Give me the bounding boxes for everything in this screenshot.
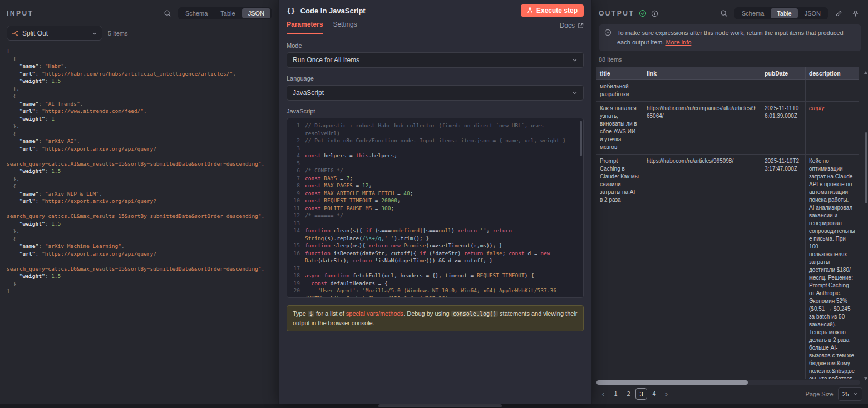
docs-label: Docs xyxy=(560,22,575,29)
expressions-info-banner: To make sure expressions after this node… xyxy=(599,24,861,51)
code-node-icon: {} xyxy=(287,7,295,15)
page-button-1[interactable]: 1 xyxy=(610,388,622,400)
page-size-value: 25 xyxy=(842,391,849,397)
input-view-tab-table[interactable]: Table xyxy=(214,8,241,18)
json-line: "name": "AI Trends", xyxy=(7,100,272,108)
docs-link[interactable]: Docs xyxy=(560,22,584,34)
edit-output-icon[interactable] xyxy=(832,7,845,19)
code-line: 15function sleep(ms){ return new Promise… xyxy=(287,242,583,250)
cell-title: Как я пытался узнать, виноваты ли в сбое… xyxy=(596,102,643,155)
language-select[interactable]: JavaScript xyxy=(287,85,584,101)
output-view-toggle: SchemaTableJSON xyxy=(734,7,828,19)
input-view-toggle: SchemaTableJSON xyxy=(178,7,272,19)
more-info-link[interactable]: More info xyxy=(665,39,691,46)
input-node-name: Split Out xyxy=(22,29,48,37)
page-size-select[interactable]: 25 xyxy=(838,387,862,401)
json-line: [ xyxy=(7,47,272,55)
chevron-down-icon xyxy=(853,391,858,396)
json-line: "weight": 1.5 xyxy=(7,220,272,228)
chevron-down-icon xyxy=(572,57,578,63)
code-line: 2// Put into n8n Code/Function node. Inp… xyxy=(287,137,583,145)
cell-pubDate: 2025-11-10T23:17:47.000Z xyxy=(761,155,806,379)
column-header-link: link xyxy=(643,67,761,80)
next-page-button[interactable]: › xyxy=(661,390,672,398)
code-line: 12/* ====== */ xyxy=(287,212,583,220)
json-line: "name": "arXiv AI", xyxy=(7,137,272,145)
node-parameters: Mode Run Once for All Items Language Jav… xyxy=(279,34,591,331)
cell-description: Кейс по оптимизации затрат на Claude API… xyxy=(806,155,859,379)
node-tabbar: ParametersSettings Docs xyxy=(279,19,591,34)
code-line: 8const MAX_PAGES = 12; xyxy=(287,182,583,190)
chevron-down-icon xyxy=(572,90,578,96)
json-line: "name": "arXiv Machine Learning", xyxy=(7,242,272,250)
output-table-wrap: titlelinkpubDatedescriptionмобильной раз… xyxy=(596,67,860,379)
json-line: "url": "https://habr.com/ru/hubs/artific… xyxy=(7,70,272,78)
json-line: { xyxy=(7,55,272,63)
cell-description xyxy=(806,80,859,102)
page-button-3[interactable]: 3 xyxy=(635,388,647,400)
code-lines: 1// Diagnostic + robust Habr hub collect… xyxy=(287,122,583,298)
console-log-token: console.log() xyxy=(451,311,498,317)
column-header-description: description xyxy=(806,67,859,80)
json-line: { xyxy=(7,92,272,100)
json-line: }, xyxy=(7,122,272,130)
special-vars-link[interactable]: special vars/methods xyxy=(346,310,403,317)
code-line: 6/* CONFIG */ xyxy=(287,167,583,175)
language-label: Language xyxy=(287,75,584,82)
code-line: 20 'User-Agent': 'Mozilla/5.0 (Windows N… xyxy=(287,287,583,298)
chevron-down-icon xyxy=(92,31,97,36)
cell-pubDate: 2025-11-11T06:01:39.000Z xyxy=(761,102,806,155)
info-icon[interactable] xyxy=(651,10,658,17)
page-button-2[interactable]: 2 xyxy=(623,388,634,400)
code-line: 4const helpers = this.helpers; xyxy=(287,152,583,160)
prev-page-button[interactable]: ‹ xyxy=(598,390,609,398)
tab-settings[interactable]: Settings xyxy=(333,21,357,34)
json-line: { xyxy=(7,235,272,243)
dollar-token: $ xyxy=(308,311,314,317)
input-node-selector[interactable]: Split Out xyxy=(7,26,102,41)
output-horizontal-scrollbar[interactable] xyxy=(596,380,860,385)
ndv-layout: INPUT SchemaTableJSON Split Out 5 items … xyxy=(0,0,868,404)
output-view-tab-json[interactable]: JSON xyxy=(798,8,827,18)
search-icon[interactable] xyxy=(718,7,730,19)
hint-text: for a list of xyxy=(314,310,346,317)
code-line: 1// Diagnostic + robust Habr hub collect… xyxy=(287,122,583,137)
json-line: "name": "arXiv NLP & LLM", xyxy=(7,190,272,198)
banner-info-icon xyxy=(604,28,612,47)
cell-description: empty xyxy=(806,102,859,155)
column-header-pubDate: pubDate xyxy=(761,67,806,80)
pin-data-icon[interactable] xyxy=(849,7,861,19)
cell-link xyxy=(643,80,761,102)
page-horizontal-scrollbar[interactable] xyxy=(0,404,868,408)
node-title: Code in JavaScript xyxy=(300,7,366,15)
output-table: titlelinkpubDatedescriptionмобильной раз… xyxy=(596,67,859,379)
page-button-4[interactable]: 4 xyxy=(648,388,660,400)
json-line: "weight": 1.5 xyxy=(7,167,272,175)
table-row: мобильной разработки xyxy=(596,80,859,102)
code-editor[interactable]: 1// Diagnostic + robust Habr hub collect… xyxy=(287,118,584,298)
json-line: "weight": 1.5 xyxy=(7,77,272,85)
input-view-tab-schema[interactable]: Schema xyxy=(179,8,214,18)
search-icon[interactable] xyxy=(161,7,174,19)
input-view-tab-json[interactable]: JSON xyxy=(242,8,270,18)
cell-title: Prompt Caching в Claude: Как мы снизили … xyxy=(596,155,643,379)
editor-scrollbar[interactable] xyxy=(580,121,582,156)
mode-value: Run Once for All Items xyxy=(293,56,359,64)
code-line: 13 xyxy=(287,220,583,227)
output-vertical-scrollbar[interactable] xyxy=(864,70,868,381)
split-out-node-icon xyxy=(12,30,18,37)
output-panel-title: OUTPUT xyxy=(599,9,634,17)
json-line: search_query=cat:cs.CL&max_results=15&so… xyxy=(7,205,272,220)
code-line: 11const POLITE_PAUSE_MS = 300; xyxy=(287,205,583,212)
column-header-title: title xyxy=(596,67,643,80)
output-view-tab-table[interactable]: Table xyxy=(771,8,797,18)
table-row: Prompt Caching в Claude: Как мы снизили … xyxy=(596,155,859,379)
output-view-tab-schema[interactable]: Schema xyxy=(736,8,770,18)
json-line: }, xyxy=(7,85,272,93)
mode-select[interactable]: Run Once for All Items xyxy=(287,52,584,68)
input-panel-title: INPUT xyxy=(7,9,34,17)
input-panel: INPUT SchemaTableJSON Split Out 5 items … xyxy=(0,0,278,404)
execute-step-button[interactable]: Execute step xyxy=(521,4,584,17)
tab-parameters[interactable]: Parameters xyxy=(287,21,323,34)
resize-grip-icon[interactable] xyxy=(576,288,581,296)
